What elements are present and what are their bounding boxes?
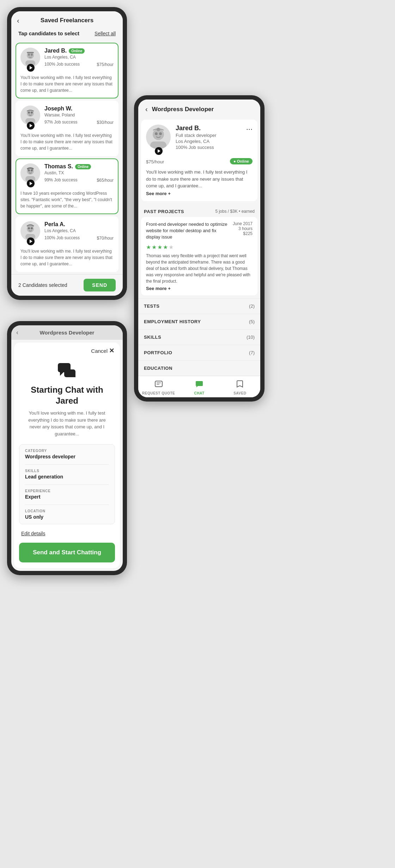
cancel-label: Cancel xyxy=(91,348,108,354)
freelancer-desc: You'll love working with me. I fully tes… xyxy=(20,74,114,94)
profile-name: Jared B. xyxy=(176,125,242,132)
skills-count: (10) xyxy=(247,334,255,340)
freelancer-card-jared[interactable]: Jared B. Online Los Angeles, CA 100% Job… xyxy=(16,43,119,98)
profile-section: Jared B. Full stack developer Los Angele… xyxy=(141,120,257,201)
portfolio-section[interactable]: PORTFOLIO (7) xyxy=(138,345,260,360)
freelancer-location: Los Angeles, CA xyxy=(44,228,114,233)
chat-bubbles-icon xyxy=(56,360,78,381)
freelancer-card-joseph[interactable]: Joseph W. Warsaw, Poland 97% Job success… xyxy=(16,101,119,156)
svg-point-8 xyxy=(31,111,33,114)
review-text: Thomas was very flexible with a project … xyxy=(146,253,253,284)
svg-point-11 xyxy=(28,169,30,171)
past-projects-meta: 5 jobs / $3K • earned xyxy=(215,209,255,214)
past-projects-title: PAST PROJECTS xyxy=(144,209,184,214)
avatar-perla xyxy=(20,221,41,245)
employment-section[interactable]: EMPLOYMENT HISTORY (5) xyxy=(138,314,260,329)
send-button[interactable]: SEND xyxy=(84,279,116,291)
education-section[interactable]: EDUCATION xyxy=(138,360,260,376)
bottom-nav: REQUEST QUOTE CHAT SAVED xyxy=(138,376,260,397)
nav-chat[interactable]: CHAT xyxy=(179,380,219,395)
svg-point-7 xyxy=(28,111,30,114)
play-button-thomas[interactable] xyxy=(27,180,35,187)
overlay-back-arrow[interactable]: ‹ xyxy=(16,329,18,336)
freelancer-desc: You'll love working with me. I fully tes… xyxy=(20,248,114,267)
nav-request-label: REQUEST QUOTE xyxy=(142,391,175,395)
online-badge-jared: Online xyxy=(69,48,85,54)
nav-saved[interactable]: SAVED xyxy=(220,380,260,395)
freelancer-rate: $75/hour xyxy=(97,60,114,68)
page-title: Saved Freelancers xyxy=(41,17,93,24)
freelancer-success: 100% Job success xyxy=(44,235,80,240)
modal-container: Cancel ✕ Starting Chat with Jared You'll… xyxy=(14,343,120,568)
experience-row: EXPERIENCE Expert xyxy=(25,489,109,500)
project-meta: June 2017 3 hours $225 xyxy=(233,221,253,236)
freelancer-location: Los Angeles, CA xyxy=(44,55,114,60)
profile-desc: You'll love working with me. I fully tes… xyxy=(146,169,253,189)
freelancer-name: Joseph W. xyxy=(44,106,72,112)
play-button-joseph[interactable] xyxy=(27,122,35,129)
tap-header: Tap candidates to select Sellect all xyxy=(11,28,123,41)
project-see-more[interactable]: See more + xyxy=(146,286,253,291)
freelancer-desc: You'll love working with me. I fully tes… xyxy=(20,132,114,151)
edit-details-link[interactable]: Edit details xyxy=(14,528,120,541)
modal-top-bar: Cancel ✕ xyxy=(14,343,120,355)
freelancer-name: Jared B. xyxy=(44,48,67,54)
freelancer-success: 99% Job success xyxy=(44,177,77,182)
skills-label: SKILLS xyxy=(144,334,161,340)
cancel-button[interactable]: Cancel ✕ xyxy=(91,347,114,355)
profile-success: 100% Job success xyxy=(176,145,242,150)
category-value: Wordpress developer xyxy=(25,454,109,459)
overlay-phone-screen: ‹ Wordpress Developer Cancel ✕ Star xyxy=(11,325,123,571)
nav-saved-label: SAVED xyxy=(233,391,246,395)
avatar-jared xyxy=(20,48,41,72)
left-phone: ‹ Saved Freelancers Tap candidates to se… xyxy=(7,7,127,300)
location-label: LOCATION xyxy=(25,509,109,513)
svg-point-3 xyxy=(31,54,33,56)
play-button-profile[interactable] xyxy=(155,147,163,155)
svg-marker-24 xyxy=(60,372,63,376)
rp-back-button[interactable]: ‹ xyxy=(145,105,148,113)
play-button-jared[interactable] xyxy=(27,64,35,72)
skills-row: SKILLS Lead generation xyxy=(25,469,109,480)
portfolio-count: (7) xyxy=(249,350,255,355)
tap-instruction: Tap candidates to select xyxy=(18,30,79,36)
online-badge-thomas: Online xyxy=(75,164,91,169)
freelancer-desc: I have 10 years experience coding WordPr… xyxy=(20,190,114,209)
svg-point-20 xyxy=(159,132,162,135)
experience-label: EXPERIENCE xyxy=(25,489,109,493)
education-label: EDUCATION xyxy=(144,366,172,371)
profile-online-badge: ● Online xyxy=(230,158,253,164)
saved-icon xyxy=(236,380,244,390)
svg-point-2 xyxy=(28,54,30,56)
back-button[interactable]: ‹ xyxy=(17,17,19,25)
left-header: ‹ Saved Freelancers xyxy=(11,11,123,28)
nav-request-quote[interactable]: REQUEST QUOTE xyxy=(138,380,179,395)
see-more-link[interactable]: See more + xyxy=(146,191,253,196)
chat-icon xyxy=(195,380,203,390)
project-title: Front-end developer needed to optimize w… xyxy=(146,221,230,241)
stars-row: ★ ★ ★ ★ ★ xyxy=(146,244,253,251)
send-start-chatting-button[interactable]: Send and Start Chatting xyxy=(19,543,115,562)
freelancer-rate: $70/hour xyxy=(97,234,114,241)
freelancer-name: Perla A. xyxy=(44,221,65,228)
category-label: CATEGORY xyxy=(25,449,109,453)
employment-count: (5) xyxy=(249,319,255,324)
profile-avatar xyxy=(146,125,171,154)
profile-location: Los Angeles, CA xyxy=(176,139,242,144)
rp-title: Wordpress Developer xyxy=(152,106,214,113)
freelancer-card-perla[interactable]: Perla A. Los Angeles, CA 100% Job succes… xyxy=(16,216,119,272)
skills-section[interactable]: SKILLS (10) xyxy=(138,329,260,345)
modal-title: Starting Chat with Jared xyxy=(14,384,120,406)
overlay-bg-header: ‹ Wordpress Developer xyxy=(11,325,123,340)
close-icon: ✕ xyxy=(109,347,114,355)
experience-value: Expert xyxy=(25,494,109,500)
skills-value: Lead generation xyxy=(25,474,109,480)
freelancer-card-thomas[interactable]: Thomas S. Online Austin, TX 99% Job succ… xyxy=(16,158,119,214)
tests-section[interactable]: TESTS (2) xyxy=(138,298,260,314)
select-all-link[interactable]: Sellect all xyxy=(95,31,116,36)
play-button-perla[interactable] xyxy=(27,237,35,245)
candidates-count: 2 Candidates selected xyxy=(18,282,67,288)
details-box: CATEGORY Wordpress developer SKILLS Lead… xyxy=(19,444,115,524)
tests-count: (2) xyxy=(249,303,255,309)
more-options-button[interactable]: ··· xyxy=(246,125,253,134)
